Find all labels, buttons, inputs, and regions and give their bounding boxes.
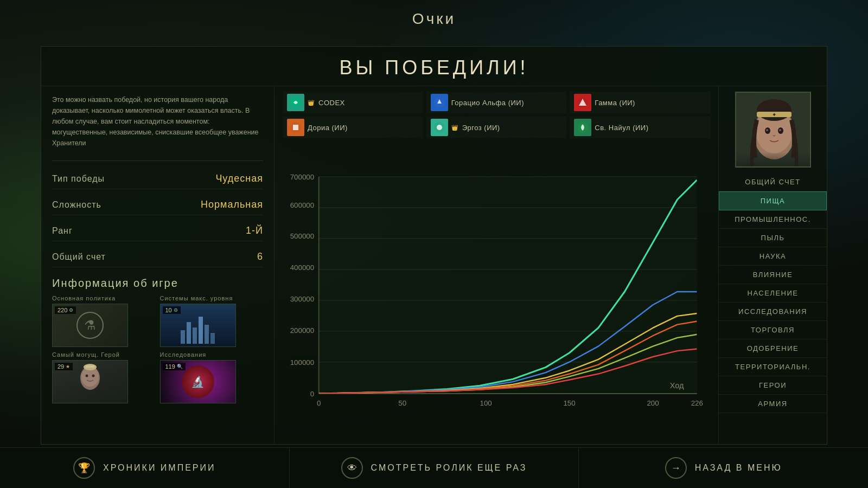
- info-thumb-3: 🔬 119 🔍: [160, 360, 236, 403]
- stat-row-2: Ранг 1-Й: [52, 221, 263, 241]
- story-text: Это можно назвать победой, но история ва…: [52, 94, 263, 149]
- stat-value-3: 6: [257, 251, 263, 262]
- svg-point-51: [779, 129, 781, 131]
- svg-text:200000: 200000: [290, 326, 314, 335]
- info-label-0: Основная политика: [52, 295, 156, 301]
- player-item-3: Дориа (ИИ): [283, 117, 423, 138]
- stat-row-1: Сложность Нормальная: [52, 195, 263, 215]
- svg-rect-5: [86, 365, 94, 368]
- menu-label: НАЗАД В МЕНЮ: [695, 463, 782, 473]
- score-menu-influence[interactable]: ВЛИЯНИЕ: [719, 266, 827, 284]
- player-name-5: Св. Найул (ИИ): [595, 124, 648, 132]
- svg-text:0: 0: [317, 399, 321, 407]
- score-menu-population[interactable]: НАСЕЛЕНИЕ: [719, 284, 827, 303]
- info-label-1: Системы макс. уровня: [160, 295, 264, 301]
- score-menu-science[interactable]: НАУКА: [719, 247, 827, 266]
- players-grid: 👑 CODEX Горацио Альфа (ИИ) Гамма (ИИ): [283, 92, 710, 138]
- player-name-1: Горацио Альфа (ИИ): [451, 99, 524, 107]
- svg-point-50: [766, 129, 768, 131]
- player-icon-0: [287, 94, 304, 111]
- info-badge-3: 119 🔍: [163, 363, 186, 370]
- svg-text:✦: ✦: [772, 112, 776, 118]
- svg-text:Ход: Ход: [670, 381, 684, 390]
- stat-label-0: Тип победы: [52, 174, 105, 184]
- info-grid: Основная политика ⚗ 220 ⚙ Системы макс. …: [52, 295, 263, 403]
- svg-text:226: 226: [691, 399, 703, 407]
- hero-circle-icon: ⚗: [76, 312, 104, 339]
- score-menu: ОБЩИЙ СЧЕТ ПИЩА ПРОМЫШЛЕННОС. ПЫЛЬ НАУКА…: [719, 173, 827, 413]
- trophy-icon: 🏆: [73, 457, 95, 479]
- score-menu-territory[interactable]: ТЕРРИТОРИАЛЬН.: [719, 358, 827, 376]
- score-menu-research[interactable]: ИССЛЕДОВАНИЯ: [719, 303, 827, 321]
- svg-text:0: 0: [310, 390, 314, 398]
- info-thumb-2: 29 ★: [52, 360, 128, 403]
- research-visual: 🔬: [182, 365, 214, 398]
- player-icon-4: [431, 119, 448, 136]
- svg-text:700000: 700000: [290, 173, 314, 181]
- info-item-3: Исследования 🔬 119 🔍: [160, 351, 264, 403]
- replay-button[interactable]: 👁 СМОТРЕТЬ РОЛИК ЕЩЕ РАЗ: [290, 448, 579, 488]
- player-icon-2: [574, 94, 591, 111]
- player-item-1: Горацио Альфа (ИИ): [426, 92, 567, 113]
- info-item-2: Самый могущ. Герой: [52, 351, 156, 403]
- info-item-0: Основная политика ⚗ 220 ⚙: [52, 295, 156, 347]
- svg-text:200: 200: [647, 399, 659, 407]
- svg-text:100: 100: [480, 399, 492, 407]
- arrow-right-icon: →: [665, 457, 687, 479]
- info-item-1: Системы макс. уровня: [160, 295, 264, 347]
- eye-icon: 👁: [341, 457, 363, 479]
- score-menu-approval[interactable]: ОДОБРЕНИЕ: [719, 339, 827, 358]
- svg-text:100000: 100000: [290, 358, 314, 367]
- chronicles-button[interactable]: 🏆 ХРОНИКИ ИМПЕРИИ: [0, 448, 290, 488]
- svg-point-13: [437, 125, 442, 130]
- svg-point-45: [757, 99, 792, 121]
- score-chart: 0 100000 200000 300000 400000 500000 600…: [283, 145, 710, 439]
- stat-label-3: Общий счет: [52, 252, 106, 262]
- score-menu-heroes[interactable]: ГЕРОИ: [719, 376, 827, 395]
- info-thumb-1: 10 ⚙: [160, 304, 236, 347]
- score-menu-food[interactable]: ПИЩА: [719, 191, 827, 210]
- middle-panel: 👑 CODEX Горацио Альфа (ИИ) Гамма (ИИ): [275, 86, 718, 444]
- score-menu-industry[interactable]: ПРОМЫШЛЕННОС.: [719, 210, 827, 229]
- left-panel: Это можно назвать победой, но история ва…: [41, 86, 275, 444]
- chronicles-label: ХРОНИКИ ИМПЕРИИ: [103, 463, 215, 473]
- score-menu-total[interactable]: ОБЩИЙ СЧЕТ: [719, 173, 827, 191]
- top-header: Очки: [0, 0, 868, 38]
- stat-row-0: Тип победы Чудесная: [52, 169, 263, 189]
- score-menu-dust[interactable]: ПЫЛЬ: [719, 229, 827, 247]
- content-row: Это можно назвать победой, но история ва…: [41, 86, 827, 444]
- right-panel: ✦: [718, 86, 827, 444]
- svg-text:150: 150: [563, 399, 575, 407]
- chart-area: 0 100000 200000 300000 400000 500000 600…: [283, 145, 710, 439]
- stat-value-1: Нормальная: [201, 199, 263, 210]
- avatar: ✦: [735, 92, 811, 168]
- crown-icon-4: 👑: [451, 125, 458, 131]
- victory-title: ВЫ ПОБЕДИЛИ!: [41, 47, 827, 86]
- info-badge-1: 10 ⚙: [163, 306, 181, 314]
- svg-text:50: 50: [398, 399, 406, 407]
- player-name-0: CODEX: [318, 99, 345, 107]
- svg-text:600000: 600000: [290, 201, 314, 209]
- player-item-2: Гамма (ИИ): [570, 92, 710, 113]
- stat-row-3: Общий счет 6: [52, 247, 263, 267]
- player-item-4: 👑 Эргоз (ИИ): [426, 117, 567, 138]
- info-section-title: Информация об игре: [52, 277, 263, 290]
- svg-text:400000: 400000: [290, 264, 314, 272]
- avatar-portrait: ✦: [736, 93, 811, 168]
- info-badge-2: 29 ★: [55, 363, 73, 370]
- player-icon-3: [287, 119, 304, 136]
- score-menu-trade[interactable]: ТОРГОВЛЯ: [719, 321, 827, 339]
- crown-icon-0: 👑: [308, 100, 314, 106]
- player-icon-5: [574, 119, 591, 136]
- svg-text:300000: 300000: [290, 295, 314, 303]
- player-icon-1: [431, 94, 448, 111]
- score-menu-army[interactable]: АРМИЯ: [719, 395, 827, 413]
- stat-value-0: Чудесная: [215, 173, 263, 184]
- bottom-bar: 🏆 ХРОНИКИ ИМПЕРИИ 👁 СМОТРЕТЬ РОЛИК ЕЩЕ Р…: [0, 447, 868, 488]
- player-name-2: Гамма (ИИ): [595, 99, 635, 107]
- menu-button[interactable]: → НАЗАД В МЕНЮ: [579, 448, 868, 488]
- player-item-5: Св. Найул (ИИ): [570, 117, 710, 138]
- player-item-0: 👑 CODEX: [283, 92, 423, 113]
- svg-rect-52: [736, 152, 811, 168]
- svg-point-3: [92, 375, 95, 377]
